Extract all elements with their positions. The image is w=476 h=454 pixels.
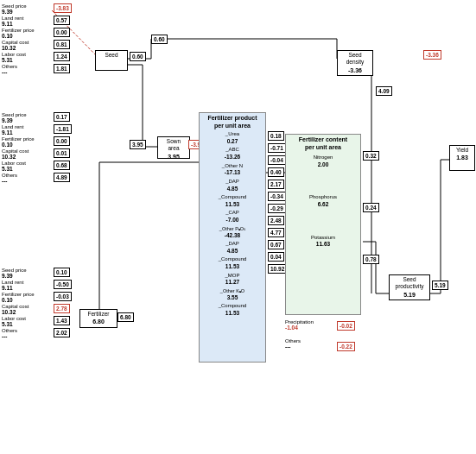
seed-label: Seed <box>98 52 125 59</box>
coeff-land-rent-mid: -1.81 <box>54 124 72 134</box>
coeff-abc: -0.71 <box>268 143 286 153</box>
precipitation-node: Precipitation -1.04 <box>285 319 314 331</box>
coeff-labor-bot: 1.43 <box>54 316 70 325</box>
coeff-labor-mid: 0.68 <box>54 161 70 170</box>
diagram: Seed price 9.39 Land rent 9.11 Fertilize… <box>0 0 476 454</box>
coeff-fertilizer: 6.80 <box>117 312 134 322</box>
input-seed-price-bot: Seed price 9.39 <box>2 268 27 279</box>
val-fert-price-mid: 0.10 <box>2 142 35 148</box>
input-capital-top: Capital cost 10.32 <box>2 40 29 51</box>
precipitation-value: -1.04 <box>285 325 314 331</box>
coeff-519: 5.19 <box>432 281 448 290</box>
fert-otherk: _Other K₂O 3.55 <box>201 288 263 302</box>
val-capital-bot: 10.32 <box>2 309 29 315</box>
coeff-nitrogen: 0.32 <box>363 151 379 161</box>
seed-density-node: Seeddensity -3.36 <box>337 50 373 76</box>
coeff-409: 4.09 <box>376 86 392 96</box>
input-labor-bot: Labor cost 5.31 <box>2 316 26 327</box>
coeff-fert-price-bot: -0.03 <box>54 292 72 301</box>
input-capital-bot: Capital cost 10.32 <box>2 304 29 315</box>
input-others-top: Others --- <box>2 64 17 75</box>
fert-abc: _ABC -13.26 <box>201 147 263 161</box>
yield-label: Yield <box>452 147 473 154</box>
val-seed-price-bot: 9.39 <box>2 273 27 279</box>
fert-compound2: _Compound 11.53 <box>201 256 263 270</box>
fert-mop: _MOP 11.27 <box>201 273 263 287</box>
sown-area-node: Sownarea 3.95 <box>157 136 190 159</box>
input-fert-price-top: Fertilizer price 0.10 <box>2 28 35 39</box>
coeff-seed-price-mid: 0.17 <box>54 112 70 122</box>
input-fert-price-mid: Fertilizer price 0.10 <box>2 136 35 148</box>
fert-dap1: _DAP 4.85 <box>201 179 263 192</box>
input-land-rent-top: Land rent 9.11 <box>2 16 23 27</box>
coeff-compound2: 4.77 <box>268 228 284 237</box>
val-others-top: --- <box>2 69 17 75</box>
coeff-seed-to-right: 0.60 <box>130 52 146 61</box>
fertilizer-node: Fertilizer 6.80 <box>79 309 117 328</box>
val-seed-price-top: 9.39 <box>2 9 27 15</box>
coeff-potassium: 0.78 <box>363 255 379 264</box>
val-capital-top: 10.32 <box>2 45 29 51</box>
val-land-rent-mid: 9.11 <box>2 129 23 136</box>
val-capital-mid: 10.32 <box>2 154 29 160</box>
coeff-mop: 0.67 <box>268 240 284 249</box>
coeff-capital-top: 0.81 <box>54 40 70 49</box>
coeff-capital-bot: 2.78 <box>54 304 70 313</box>
coeff-cap: -0.34 <box>268 192 286 201</box>
coeff-seed-price-bot: 0.10 <box>54 268 70 277</box>
coeff-others-content: -0.22 <box>337 342 355 351</box>
input-seed-price-top: Seed price 9.39 <box>2 3 27 15</box>
seed-density-label: Seeddensity <box>340 52 371 66</box>
yield-value: 1.83 <box>452 154 473 161</box>
coeff-fert-price-top: 0.00 <box>54 28 70 37</box>
input-fert-price-bot: Fertilizer price 0.10 <box>2 292 35 303</box>
coeff-compound3: 10.92 <box>268 264 287 274</box>
coeff-seed-flow: 0.60 <box>151 35 168 44</box>
sown-area-value: 3.95 <box>160 153 187 161</box>
val-land-rent-bot: 9.11 <box>2 285 23 291</box>
seed-node: Seed <box>95 50 128 71</box>
coeff-othern: -0.04 <box>268 155 286 165</box>
coeff-otherp: -0.29 <box>268 204 286 213</box>
fertilizer-value: 6.80 <box>82 318 115 325</box>
fert-otherp: _Other P₂O₅ -42.38 <box>201 226 263 240</box>
val-labor-top: 5.31 <box>2 57 26 63</box>
seed-productivity-label: Seedproductivity <box>391 276 428 291</box>
seed-productivity-node: Seedproductivity 5.19 <box>389 274 430 300</box>
input-capital-mid: Capital cost 10.32 <box>2 148 29 160</box>
coeff-otherk: 0.04 <box>268 252 284 262</box>
input-land-rent-bot: Land rent 9.11 <box>2 280 23 291</box>
yield-node: Yield 1.83 <box>449 145 475 171</box>
fertilizer-label: Fertilizer <box>82 311 115 318</box>
fert-product-label: Fertilizer productper unit area <box>201 114 263 129</box>
val-labor-mid: 5.31 <box>2 166 26 172</box>
coeff-labor-top: 1.24 <box>54 52 70 61</box>
coeff-sown-area: 3.95 <box>130 140 146 149</box>
val-seed-price-mid: 9.39 <box>2 117 27 123</box>
fert-cap: _CAP -7.00 <box>201 210 263 224</box>
fert-compound3: _Compound 11.53 <box>201 303 263 317</box>
others-content-value: --- <box>285 344 301 350</box>
coeff-capital-mid: 0.01 <box>54 148 70 158</box>
fert-dap2: _DAP 4.85 <box>201 241 263 255</box>
content-potassium: Potassium 11.63 <box>288 235 359 249</box>
coeff-land-rent-top: 0.57 <box>54 16 70 25</box>
val-others-bot: --- <box>2 333 17 339</box>
sown-area-label: Sownarea <box>160 138 187 153</box>
fert-content-label: Fertilizer contentper unit area <box>288 136 359 151</box>
content-nitrogen: Nitrogen 2.00 <box>288 154 359 168</box>
coeff-phosphorus: 0.24 <box>363 203 379 212</box>
input-land-rent-mid: Land rent 9.11 <box>2 124 23 136</box>
others-content-node: Others --- <box>285 338 301 350</box>
input-others-bot: Others --- <box>2 328 17 339</box>
fert-othern: _Other N -17.13 <box>201 163 263 177</box>
val-labor-bot: 5.31 <box>2 321 26 327</box>
fert-compound1: _Compound 11.53 <box>201 194 263 208</box>
val-fert-price-top: 0.10 <box>2 33 35 39</box>
content-phosphorus: Phosphorus 6.62 <box>288 194 359 208</box>
val-fert-price-bot: 0.10 <box>2 297 35 303</box>
input-labor-mid: Labor cost 5.31 <box>2 161 26 172</box>
input-seed-price-mid: Seed price 9.39 <box>2 112 27 123</box>
coeff-right-336: -3.36 <box>423 50 441 60</box>
coeff-seed-price-top: -3.83 <box>54 3 72 13</box>
